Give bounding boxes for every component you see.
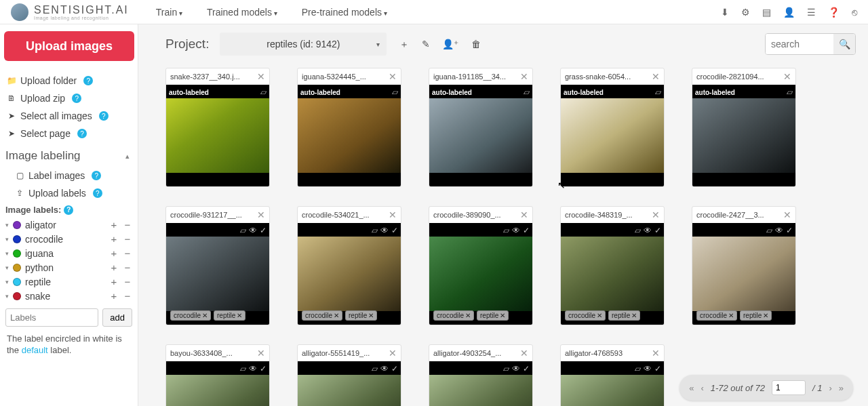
box-icon[interactable]: ▱ bbox=[260, 87, 267, 97]
check-icon[interactable]: ✓ bbox=[523, 226, 530, 235]
label-remove-icon[interactable]: − bbox=[123, 290, 132, 302]
page-last-icon[interactable]: » bbox=[839, 383, 844, 393]
image-card[interactable]: crocodile-348319_...✕▱👁✓crocodile ✕repti… bbox=[560, 206, 665, 325]
image-thumb[interactable]: auto-labeled▱ bbox=[298, 85, 401, 186]
label-expand-icon[interactable]: ▾ bbox=[5, 250, 9, 257]
box-icon[interactable]: ▱ bbox=[240, 226, 246, 235]
help-icon[interactable]: ? bbox=[93, 188, 102, 198]
label-name[interactable]: snake bbox=[25, 291, 105, 302]
search-input[interactable] bbox=[766, 34, 833, 54]
help-icon[interactable]: ? bbox=[72, 94, 81, 103]
label-remove-icon[interactable]: − bbox=[123, 262, 132, 273]
user-icon[interactable]: 👤 bbox=[783, 7, 795, 18]
label-name[interactable]: reptile bbox=[25, 277, 105, 287]
upload-folder-link[interactable]: 📁 Upload folder ? bbox=[4, 72, 134, 89]
tag-remove-icon[interactable]: ✕ bbox=[465, 312, 471, 319]
gear-icon[interactable]: ⚙ bbox=[741, 7, 750, 18]
remove-image-icon[interactable]: ✕ bbox=[781, 209, 791, 220]
label-name[interactable]: aligator bbox=[25, 220, 105, 230]
eye-icon[interactable]: 👁 bbox=[775, 226, 783, 235]
image-thumb[interactable]: ▱👁✓ bbox=[298, 361, 401, 406]
search-button[interactable]: 🔍 bbox=[833, 34, 855, 54]
page-input[interactable] bbox=[772, 380, 806, 395]
image-thumb[interactable]: ▱👁✓ bbox=[166, 361, 269, 406]
share-project-icon[interactable]: 👤⁺ bbox=[442, 39, 458, 49]
label-color-swatch[interactable] bbox=[13, 292, 21, 300]
select-all-link[interactable]: ➤ Select all images ? bbox=[4, 107, 134, 125]
help-icon[interactable]: ? bbox=[83, 76, 93, 85]
label-expand-icon[interactable]: ▾ bbox=[5, 264, 9, 271]
upload-labels-link[interactable]: ⇪ Upload labels ? bbox=[4, 184, 134, 202]
remove-image-icon[interactable]: ✕ bbox=[517, 71, 528, 82]
tag-remove-icon[interactable]: ✕ bbox=[597, 312, 602, 319]
image-card[interactable]: crocodile-389090_...✕▱👁✓crocodile ✕repti… bbox=[429, 206, 533, 325]
image-card[interactable]: crocodile-2427__3...✕▱👁✓crocodile ✕repti… bbox=[692, 206, 796, 325]
label-color-swatch[interactable] bbox=[13, 278, 21, 286]
help-icon[interactable]: ? bbox=[92, 171, 101, 180]
image-thumb[interactable]: ▱👁✓crocodile ✕reptile ✕ bbox=[298, 223, 401, 325]
label-images-link[interactable]: ▢ Label images ? bbox=[4, 167, 134, 184]
image-card[interactable]: grass-snake-6054...✕auto-labeled▱ bbox=[560, 68, 665, 187]
eye-icon[interactable]: 👁 bbox=[644, 364, 652, 373]
image-card[interactable]: bayou-3633408_...✕▱👁✓ bbox=[165, 344, 270, 406]
image-tag[interactable]: crocodile ✕ bbox=[696, 310, 737, 321]
eye-icon[interactable]: 👁 bbox=[380, 226, 389, 235]
label-input[interactable] bbox=[5, 308, 98, 327]
eye-icon[interactable]: 👁 bbox=[512, 364, 520, 373]
help-icon[interactable]: ❓ bbox=[828, 7, 840, 18]
remove-image-icon[interactable]: ✕ bbox=[649, 348, 660, 359]
box-icon[interactable]: ▱ bbox=[503, 364, 509, 373]
label-color-swatch[interactable] bbox=[13, 235, 21, 243]
remove-image-icon[interactable]: ✕ bbox=[386, 348, 397, 359]
tag-remove-icon[interactable]: ✕ bbox=[202, 312, 208, 319]
tag-remove-icon[interactable]: ✕ bbox=[631, 312, 637, 319]
image-card[interactable]: crocodile-2821094...✕auto-labeled▱ bbox=[692, 68, 796, 187]
label-add-icon[interactable]: + bbox=[109, 247, 119, 259]
tag-remove-icon[interactable]: ✕ bbox=[237, 312, 242, 319]
logo[interactable]: SENTISIGHT.AI Image labeling and recogni… bbox=[11, 3, 129, 21]
label-expand-icon[interactable]: ▾ bbox=[5, 222, 9, 228]
eye-icon[interactable]: 👁 bbox=[249, 364, 257, 373]
image-thumb[interactable]: auto-labeled▱ bbox=[429, 85, 532, 186]
check-icon[interactable]: ✓ bbox=[260, 226, 267, 235]
logout-icon[interactable]: ⎋ bbox=[852, 7, 857, 18]
add-label-button[interactable]: add bbox=[102, 308, 132, 327]
image-thumb[interactable]: ▱👁✓crocodile ✕reptile ✕ bbox=[561, 223, 664, 325]
image-tag[interactable]: crocodile ✕ bbox=[170, 310, 211, 321]
eye-icon[interactable]: 👁 bbox=[644, 226, 652, 235]
section-image-labeling[interactable]: Image labeling ▴ bbox=[4, 142, 134, 167]
box-icon[interactable]: ▱ bbox=[524, 87, 530, 97]
add-project-icon[interactable]: ＋ bbox=[399, 39, 409, 49]
box-icon[interactable]: ▱ bbox=[766, 226, 772, 235]
image-tag[interactable]: reptile ✕ bbox=[477, 310, 509, 321]
image-tag[interactable]: reptile ✕ bbox=[608, 310, 640, 321]
remove-image-icon[interactable]: ✕ bbox=[254, 348, 265, 359]
nav-trained-models[interactable]: Trained models bbox=[207, 7, 277, 18]
label-color-swatch[interactable] bbox=[13, 221, 21, 229]
check-icon[interactable]: ✓ bbox=[654, 226, 661, 235]
image-card[interactable]: alligator-4768593✕▱👁✓ bbox=[560, 344, 665, 406]
label-expand-icon[interactable]: ▾ bbox=[5, 293, 9, 300]
check-icon[interactable]: ✓ bbox=[654, 364, 661, 373]
label-name[interactable]: python bbox=[25, 262, 105, 273]
image-thumb[interactable]: ▱👁✓ bbox=[561, 361, 664, 406]
page-first-icon[interactable]: « bbox=[689, 383, 694, 393]
select-page-link[interactable]: ➤ Select page ? bbox=[4, 125, 134, 142]
label-color-swatch[interactable] bbox=[13, 264, 21, 272]
help-icon[interactable]: ? bbox=[99, 111, 108, 121]
remove-image-icon[interactable]: ✕ bbox=[649, 209, 660, 220]
image-tag[interactable]: crocodile ✕ bbox=[302, 310, 342, 321]
check-icon[interactable]: ✓ bbox=[523, 364, 530, 373]
archive-icon[interactable]: ▤ bbox=[762, 7, 771, 18]
tag-remove-icon[interactable]: ✕ bbox=[368, 312, 374, 319]
image-thumb[interactable]: ▱👁✓crocodile ✕reptile ✕ bbox=[166, 223, 269, 325]
check-icon[interactable]: ✓ bbox=[260, 364, 267, 373]
remove-image-icon[interactable]: ✕ bbox=[254, 209, 265, 220]
eye-icon[interactable]: 👁 bbox=[249, 226, 257, 235]
image-tag[interactable]: crocodile ✕ bbox=[433, 310, 474, 321]
image-thumb[interactable]: auto-labeled▱ bbox=[692, 85, 795, 186]
remove-image-icon[interactable]: ✕ bbox=[517, 348, 528, 359]
image-tag[interactable]: reptile ✕ bbox=[345, 310, 377, 321]
label-remove-icon[interactable]: − bbox=[123, 233, 132, 245]
eye-icon[interactable]: 👁 bbox=[512, 226, 520, 235]
